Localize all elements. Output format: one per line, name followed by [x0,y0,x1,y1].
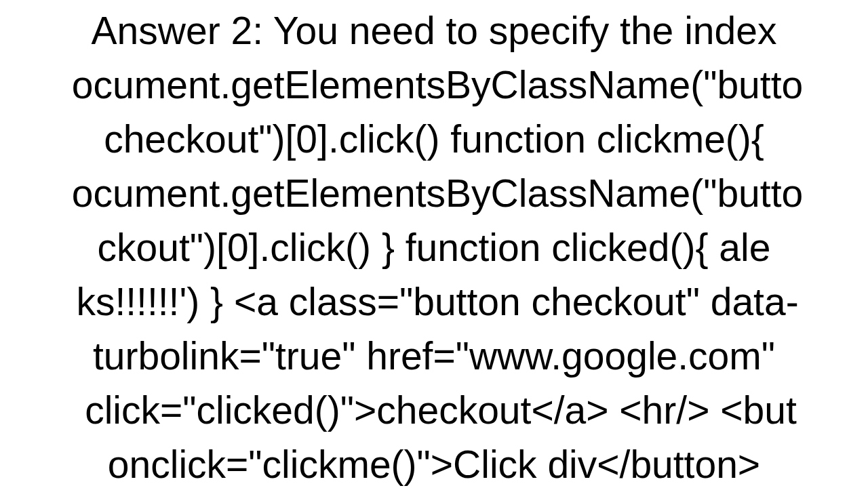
answer-line-7: turbolink="true" href="www.google.com" [0,329,868,383]
answer-line-5: ckout")[0].click() } function clicked(){… [0,220,868,274]
answer-line-3: checkout")[0].click() function clickme()… [0,112,868,166]
answer-line-4: ocument.getElementsByClassName("butto [0,166,868,220]
answer-line-2: ocument.getElementsByClassName("butto [0,58,868,112]
answer-line-6: ks!!!!!!') } <a class="button checkout" … [0,274,868,329]
answer-line-1: Answer 2: You need to specify the index [0,3,868,58]
answer-line-9: onclick="clickme()">Click div</button> [0,437,868,488]
answer-line-8: click="clicked()">checkout</a> <hr/> <bu… [0,383,868,437]
